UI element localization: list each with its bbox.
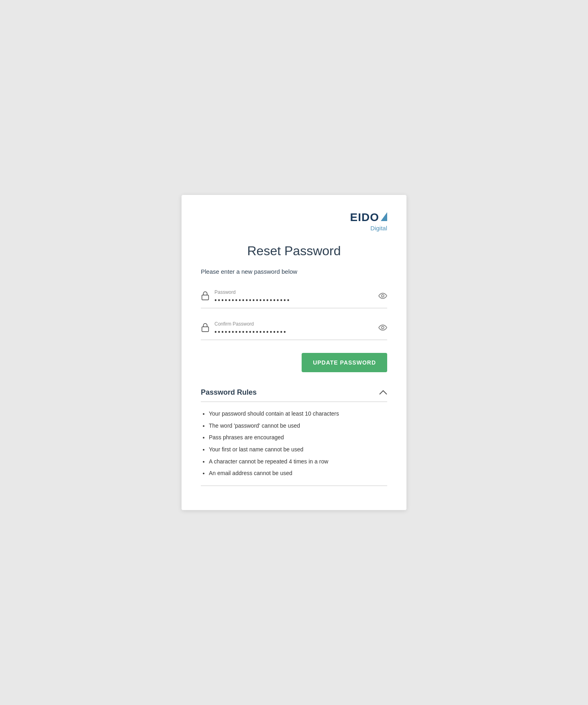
logo-digital: Digital [370, 225, 387, 232]
svg-rect-2 [202, 327, 209, 332]
chevron-up-icon [379, 389, 387, 396]
password-value: •••••••••••••••••••••• [214, 297, 374, 304]
lock-icon [201, 291, 210, 302]
confirm-toggle-visibility-icon[interactable] [378, 324, 387, 332]
svg-rect-0 [202, 295, 209, 300]
logo-area: EIDO Digital [201, 211, 387, 232]
list-item: Your password should contain at least 10… [209, 410, 387, 418]
logo-text: EIDO [350, 211, 387, 224]
list-item: Your first or last name cannot be used [209, 446, 387, 454]
update-password-button[interactable]: UPDATE PASSWORD [302, 353, 387, 372]
list-item: The word 'password' cannot be used [209, 422, 387, 430]
password-rules-section: Password Rules Your password should cont… [201, 388, 387, 486]
password-toggle-visibility-icon[interactable] [378, 293, 387, 301]
password-field-group: Password •••••••••••••••••••••• [201, 289, 387, 308]
password-rules-title: Password Rules [201, 388, 257, 397]
svg-point-3 [382, 326, 384, 329]
logo-eido: EIDO [350, 211, 379, 224]
list-item: Pass phrases are encouraged [209, 434, 387, 442]
password-input-area[interactable]: Password •••••••••••••••••••••• [214, 289, 374, 304]
password-field-wrapper: Password •••••••••••••••••••••• [201, 289, 387, 308]
button-row: UPDATE PASSWORD [201, 353, 387, 372]
rules-bottom-divider [201, 486, 387, 486]
list-item: An email address cannot be used [209, 469, 387, 478]
confirm-password-field-group: Confirm Password ••••••••••••••••••••• [201, 321, 387, 340]
reset-password-card: EIDO Digital Reset Password Please enter… [182, 195, 406, 510]
page-subtitle: Please enter a new password below [201, 268, 387, 275]
confirm-password-field-wrapper: Confirm Password ••••••••••••••••••••• [201, 321, 387, 340]
logo-container: EIDO Digital [350, 211, 387, 232]
rules-list: Your password should contain at least 10… [201, 410, 387, 478]
svg-point-1 [382, 295, 384, 297]
password-rules-header[interactable]: Password Rules [201, 388, 387, 397]
page-title: Reset Password [201, 244, 387, 258]
confirm-lock-icon [201, 323, 210, 334]
confirm-password-value: ••••••••••••••••••••• [214, 328, 374, 336]
rules-top-divider [201, 402, 387, 402]
list-item: A character cannot be repeated 4 times i… [209, 458, 387, 466]
logo-triangle-icon [381, 212, 387, 221]
confirm-password-input-area[interactable]: Confirm Password ••••••••••••••••••••• [214, 321, 374, 336]
password-label: Password [214, 289, 374, 295]
confirm-password-label: Confirm Password [214, 321, 374, 327]
